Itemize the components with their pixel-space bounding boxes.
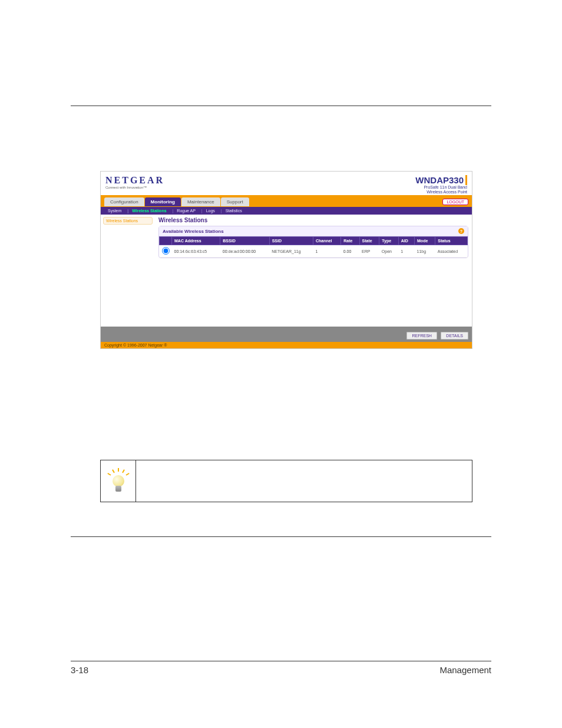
product-model: WNDAP330 — [415, 175, 467, 185]
panel-header: Available Wireless Stations ? — [159, 226, 468, 236]
sub-nav: System Wireless Stations Rogue AP Logs S… — [101, 207, 472, 215]
action-bar: REFRESH DETAILS — [101, 327, 472, 342]
copyright-strip: Copyright © 1996-2007 Netgear ® — [101, 342, 472, 348]
brand-logo: NETGEAR — [105, 175, 164, 186]
tip-box — [100, 460, 472, 502]
tip-icon-cell — [101, 460, 136, 502]
col-ssid: SSID — [269, 237, 313, 245]
subnav-logs[interactable]: Logs — [199, 209, 217, 213]
tip-text — [136, 460, 472, 502]
product-desc-2: Wireless Access Point — [415, 190, 467, 195]
subnav-statistics[interactable]: Statistics — [219, 209, 244, 213]
col-bssid: BSSID — [220, 237, 269, 245]
main-panel: Wireless Stations Available Wireless Sta… — [155, 215, 472, 327]
brand-tagline: Connect with Innovation™ — [105, 186, 164, 189]
subnav-system[interactable]: System — [105, 209, 124, 213]
cell-ssid: NETGEAR_11g — [269, 245, 313, 258]
row-radio-input[interactable] — [162, 247, 170, 255]
cell-bssid: 00:de:ad:00:00:00 — [220, 245, 269, 258]
table-row: 00:14:6c:63:43:c5 00:de:ad:00:00:00 NETG… — [160, 245, 468, 258]
col-mode: Mode — [415, 237, 435, 245]
cell-state: ERP — [359, 245, 379, 258]
cell-aid: 1 — [398, 245, 414, 258]
subnav-rogue-ap[interactable]: Rogue AP — [170, 209, 198, 213]
brand-left: NETGEAR Connect with Innovation™ — [105, 175, 164, 189]
logout-button[interactable]: LOGOUT — [442, 199, 468, 205]
help-icon[interactable]: ? — [458, 228, 464, 234]
col-status: Status — [435, 237, 468, 245]
col-state: State — [359, 237, 379, 245]
col-radio — [160, 237, 172, 245]
cell-rate: 0.00 — [341, 245, 359, 258]
page-header-rule — [71, 100, 491, 106]
tab-support[interactable]: Support — [221, 197, 249, 206]
col-mac: MAC Address — [172, 237, 220, 245]
product-desc-1: ProSafe 11n Dual Band — [415, 185, 467, 190]
cell-channel: 1 — [313, 245, 340, 258]
tab-maintenance[interactable]: Maintenance — [181, 197, 220, 206]
stations-panel: Available Wireless Stations ? MAC Addres… — [158, 226, 468, 258]
section-name: Management — [439, 665, 491, 675]
table-header-row: MAC Address BSSID SSID Channel Rate Stat… — [160, 237, 468, 245]
col-type: Type — [379, 237, 398, 245]
sidebar-item-wireless-stations[interactable]: Wireless Stations — [103, 217, 153, 225]
left-sidebar: Wireless Stations — [101, 215, 155, 327]
page-rule — [71, 536, 491, 537]
details-button[interactable]: DETAILS — [441, 332, 468, 340]
content-area: Wireless Stations Wireless Stations Avai… — [101, 215, 472, 327]
page-footer: 3-18 Management — [71, 661, 491, 675]
row-radio[interactable] — [160, 245, 172, 258]
col-aid: AID — [398, 237, 414, 245]
panel-title: Available Wireless Stations — [163, 229, 224, 234]
subnav-wireless-stations[interactable]: Wireless Stations — [125, 209, 168, 213]
lightbulb-icon — [108, 469, 128, 493]
product-info: WNDAP330 ProSafe 11n Dual Band Wireless … — [415, 175, 467, 194]
tab-monitoring[interactable]: Monitoring — [145, 197, 181, 206]
cell-mac: 00:14:6c:63:43:c5 — [172, 245, 220, 258]
stations-table: MAC Address BSSID SSID Channel Rate Stat… — [159, 236, 468, 258]
col-rate: Rate — [341, 237, 359, 245]
section-title: Wireless Stations — [158, 217, 468, 223]
col-channel: Channel — [313, 237, 340, 245]
page-number: 3-18 — [71, 665, 88, 675]
main-tabs: Configuration Monitoring Maintenance Sup… — [101, 195, 472, 207]
cell-status: Associated — [435, 245, 468, 258]
cell-mode: 11bg — [415, 245, 435, 258]
brand-bar: NETGEAR Connect with Innovation™ WNDAP33… — [101, 172, 472, 195]
cell-type: Open — [379, 245, 398, 258]
refresh-button[interactable]: REFRESH — [406, 332, 437, 340]
tab-configuration[interactable]: Configuration — [104, 197, 144, 206]
router-admin-window: NETGEAR Connect with Innovation™ WNDAP33… — [100, 171, 472, 349]
